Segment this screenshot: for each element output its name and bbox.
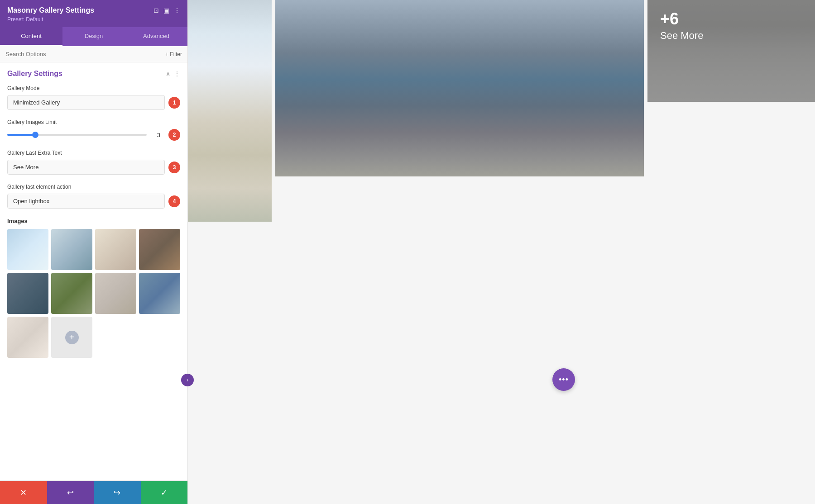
slider-value: 3 — [151, 132, 160, 138]
thumbnail-6 — [51, 273, 92, 314]
fab-dots-icon: ••• — [559, 375, 569, 385]
list-item[interactable] — [7, 273, 48, 314]
images-grid: + — [7, 229, 180, 358]
gallery-image-left — [188, 0, 272, 222]
gallery-last-element-action-label: Gallery last element action — [7, 184, 180, 190]
section-title: Gallery Settings — [7, 70, 62, 78]
gallery-last-element-action-select[interactable]: Open lightbox — [7, 194, 165, 209]
gallery-last-extra-text-field: Gallery Last Extra Text 3 — [7, 150, 180, 175]
list-item[interactable] — [95, 273, 136, 314]
gallery-last-element-action-field: Gallery last element action Open lightbo… — [7, 184, 180, 209]
bottom-bar: ✕ ↩ ↪ ✓ — [0, 480, 187, 504]
list-item[interactable] — [7, 317, 48, 358]
more-icon[interactable]: ⋮ — [174, 7, 180, 14]
tab-content[interactable]: Content — [0, 27, 62, 46]
panel-expand-button[interactable]: › — [181, 374, 194, 386]
gallery-last-extra-text-wrapper: 3 — [7, 160, 180, 175]
panel-header: Masonry Gallery Settings ⊡ ▣ ⋮ Preset: D… — [0, 0, 187, 27]
gallery-mode-wrapper: Minimized Gallery 1 — [7, 95, 180, 110]
slider-row: 3 2 — [7, 129, 180, 141]
thumbnail-2 — [51, 229, 92, 270]
gallery-count: +6 — [660, 11, 679, 27]
gallery-last-element-action-wrapper: Open lightbox 4 — [7, 194, 180, 209]
save-button[interactable]: ✓ — [141, 481, 188, 504]
panel-content: Gallery Settings ∧ ⋮ Gallery Mode Minimi… — [0, 62, 187, 480]
gallery-overlay: +6 See More — [647, 0, 815, 102]
gallery-last-extra-text-badge: 3 — [168, 162, 180, 173]
list-item[interactable] — [139, 273, 180, 314]
gallery-last-extra-text-label: Gallery Last Extra Text — [7, 150, 180, 156]
gallery-mode-field: Gallery Mode Minimized Gallery 1 — [7, 85, 180, 110]
gallery-see-more: See More — [660, 30, 703, 42]
filter-button[interactable]: + Filter — [165, 51, 182, 57]
images-label: Images — [7, 218, 180, 224]
preset-label[interactable]: Preset: Default — [7, 16, 180, 23]
gallery-mode-badge: 1 — [168, 97, 180, 109]
undo-button[interactable]: ↩ — [47, 481, 94, 504]
fab-button[interactable]: ••• — [552, 368, 575, 391]
thumbnail-8 — [139, 273, 180, 314]
content-area: +6 See More ••• — [188, 0, 815, 504]
tabs-bar: Content Design Advanced — [0, 27, 187, 46]
thumbnail-7 — [95, 273, 136, 314]
gallery-last-element-action-badge: 4 — [168, 195, 180, 207]
search-input[interactable] — [5, 51, 162, 57]
search-bar: + Filter — [0, 46, 187, 62]
thumbnail-4 — [139, 229, 180, 270]
thumbnail-9 — [7, 317, 48, 358]
add-icon: + — [65, 331, 79, 344]
header-icons: ⊡ ▣ ⋮ — [153, 7, 180, 14]
gallery-images-limit-field: Gallery Images Limit 3 2 — [7, 119, 180, 141]
thumbnail-1 — [7, 229, 48, 270]
gallery-mode-label: Gallery Mode — [7, 85, 180, 91]
add-image-button[interactable]: + — [51, 317, 92, 358]
focus-icon[interactable]: ⊡ — [153, 7, 159, 14]
gallery-image-right: +6 See More — [647, 0, 815, 102]
section-header: Gallery Settings ∧ ⋮ — [7, 70, 180, 78]
list-item[interactable] — [51, 273, 92, 314]
list-item[interactable] — [7, 229, 48, 270]
list-item[interactable] — [95, 229, 136, 270]
panel-title: Masonry Gallery Settings — [7, 6, 94, 14]
gallery-last-extra-text-input[interactable] — [7, 160, 165, 175]
gallery-images-limit-label: Gallery Images Limit — [7, 119, 180, 125]
gallery-images-limit-badge: 2 — [168, 129, 180, 141]
gallery-image-center — [275, 0, 644, 176]
thumbnail-3 — [95, 229, 136, 270]
tab-advanced[interactable]: Advanced — [125, 27, 187, 46]
tab-design[interactable]: Design — [62, 27, 125, 46]
slider-thumb[interactable] — [32, 132, 38, 138]
gallery-preview: +6 See More — [188, 0, 815, 226]
thumbnail-5 — [7, 273, 48, 314]
list-item[interactable] — [51, 229, 92, 270]
settings-panel: Masonry Gallery Settings ⊡ ▣ ⋮ Preset: D… — [0, 0, 188, 504]
images-section: Images — [7, 218, 180, 358]
slider-track — [7, 134, 147, 136]
section-actions: ∧ ⋮ — [166, 70, 180, 77]
slider-fill — [7, 134, 35, 136]
list-item[interactable] — [139, 229, 180, 270]
section-more-icon[interactable]: ⋮ — [174, 70, 180, 77]
cancel-button[interactable]: ✕ — [0, 481, 47, 504]
gallery-mode-select[interactable]: Minimized Gallery — [7, 95, 165, 110]
redo-button[interactable]: ↪ — [94, 481, 141, 504]
layout-icon[interactable]: ▣ — [163, 7, 169, 14]
collapse-icon[interactable]: ∧ — [166, 70, 170, 77]
